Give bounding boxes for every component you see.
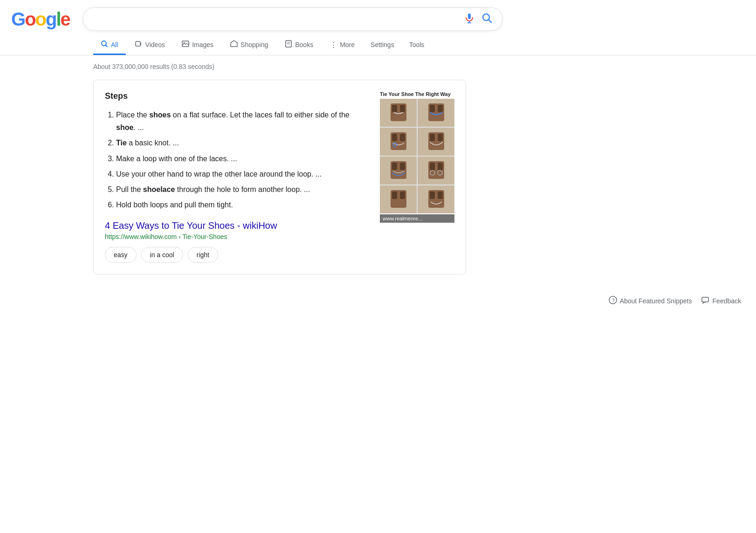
footer-bar: ? About Featured Snippets Feedback xyxy=(0,290,756,311)
svg-rect-33 xyxy=(438,163,443,170)
tab-books-label: Books xyxy=(295,41,313,48)
snippet-image-box: Tie Your Shoe The Right Way xyxy=(380,91,454,263)
svg-rect-26 xyxy=(430,134,435,141)
logo-o2: o xyxy=(35,9,46,30)
snippet-image-title: Tie Your Shoe The Right Way xyxy=(380,91,454,97)
header: Google how to tie a shoe xyxy=(0,0,756,31)
feedback-label: Feedback xyxy=(713,297,741,305)
svg-line-6 xyxy=(106,45,108,47)
search-bar-wrapper: how to tie a shoe xyxy=(83,7,502,31)
svg-rect-19 xyxy=(430,105,435,112)
steps-list: Place the shoes on a flat surface. Let t… xyxy=(105,109,371,211)
svg-rect-30 xyxy=(400,163,405,170)
logo-g2: g xyxy=(46,9,56,30)
more-icon: ⋮ xyxy=(330,41,337,49)
tab-all[interactable]: All xyxy=(93,35,126,55)
logo-g: G xyxy=(11,9,25,30)
settings-link[interactable]: Settings xyxy=(364,36,401,55)
logo-o1: o xyxy=(25,9,35,30)
svg-rect-27 xyxy=(438,134,443,141)
snippet-image-source: www.realmenre... xyxy=(380,214,454,223)
svg-rect-37 xyxy=(392,191,397,199)
tag-pills: easy in a cool right xyxy=(105,247,371,263)
results-area: About 373,000,000 results (0.83 seconds)… xyxy=(0,55,756,286)
tab-shopping[interactable]: Shopping xyxy=(223,35,275,55)
tab-videos-label: Videos xyxy=(145,41,165,48)
svg-rect-16 xyxy=(392,105,397,112)
list-item: Hold both loops and pull them tight. xyxy=(116,198,371,211)
svg-rect-29 xyxy=(392,163,397,170)
svg-rect-7 xyxy=(136,41,140,46)
tools-link[interactable]: Tools xyxy=(403,36,431,55)
snippet-image-cell-1[interactable] xyxy=(380,99,417,127)
tab-images-label: Images xyxy=(192,41,213,48)
snippet-image-cell-3[interactable] xyxy=(380,128,417,156)
about-snippets-link[interactable]: ? About Featured Snippets xyxy=(609,296,692,306)
svg-rect-38 xyxy=(400,191,405,199)
shopping-icon xyxy=(230,40,238,49)
search-input[interactable]: how to tie a shoe xyxy=(93,14,458,24)
logo-l: l xyxy=(56,9,60,30)
snippet-image-cell-4[interactable] xyxy=(418,128,454,156)
books-icon xyxy=(285,40,292,49)
svg-rect-41 xyxy=(438,191,443,199)
snippet-image-cell-2[interactable] xyxy=(418,99,454,127)
snippet-image-cell-7[interactable] xyxy=(380,185,417,213)
list-item: Use your other hand to wrap the other la… xyxy=(116,168,371,180)
images-icon xyxy=(182,40,189,49)
svg-marker-8 xyxy=(140,43,142,45)
snippet-content: Steps Place the shoes on a flat surface.… xyxy=(105,91,371,263)
google-logo: Google xyxy=(11,9,70,30)
videos-icon xyxy=(135,40,143,49)
svg-rect-17 xyxy=(400,105,405,112)
svg-rect-9 xyxy=(182,41,189,47)
question-icon: ? xyxy=(609,296,617,306)
feedback-link[interactable]: Feedback xyxy=(701,296,741,306)
snippet-inner: Steps Place the shoes on a flat surface.… xyxy=(105,91,454,263)
tag-easy[interactable]: easy xyxy=(105,247,137,263)
list-item: Tie a basic knot. ... xyxy=(116,137,371,149)
tab-more-label: More xyxy=(340,41,355,48)
tag-in-a-cool[interactable]: in a cool xyxy=(141,247,183,263)
tab-more[interactable]: ⋮ More xyxy=(323,36,362,55)
feedback-icon xyxy=(701,296,710,306)
tab-videos[interactable]: Videos xyxy=(128,35,173,55)
settings-label: Settings xyxy=(371,41,394,48)
svg-line-4 xyxy=(488,20,491,23)
svg-rect-32 xyxy=(430,163,435,170)
nav-tabs: All Videos Images Shopping Books ⋮ More … xyxy=(0,31,756,55)
search-icons xyxy=(464,13,493,26)
svg-rect-20 xyxy=(438,105,443,112)
svg-rect-44 xyxy=(702,297,708,302)
list-item: Place the shoes on a flat surface. Let t… xyxy=(116,109,371,134)
svg-rect-0 xyxy=(468,14,471,19)
snippet-link-section: 4 Easy Ways to Tie Your Shoes - wikiHow … xyxy=(105,220,371,263)
logo-e: e xyxy=(61,9,70,30)
search-bar: how to tie a shoe xyxy=(83,7,502,31)
list-item: Pull the shoelace through the hole to fo… xyxy=(116,183,371,196)
tab-shopping-label: Shopping xyxy=(241,41,268,48)
svg-text:?: ? xyxy=(612,298,614,303)
results-count: About 373,000,000 results (0.83 seconds) xyxy=(93,63,745,70)
all-icon xyxy=(101,40,108,49)
svg-rect-23 xyxy=(400,134,405,141)
snippet-image-cell-6[interactable] xyxy=(418,157,454,184)
snippet-url: https://www.wikihow.com › Tie-Your-Shoes xyxy=(105,233,371,240)
list-item: Make a loop with one of the laces. ... xyxy=(116,152,371,165)
snippet-image-cell-5[interactable] xyxy=(380,157,417,184)
svg-rect-40 xyxy=(430,191,435,199)
snippet-link-title[interactable]: 4 Easy Ways to Tie Your Shoes - wikiHow xyxy=(105,220,371,231)
tab-all-label: All xyxy=(111,41,118,48)
microphone-icon[interactable] xyxy=(464,13,475,26)
snippet-image-grid xyxy=(380,99,454,213)
search-button-icon[interactable] xyxy=(481,13,493,26)
about-snippets-label: About Featured Snippets xyxy=(620,297,692,305)
snippet-image-cell-8[interactable] xyxy=(418,185,454,213)
steps-heading: Steps xyxy=(105,91,371,101)
svg-marker-11 xyxy=(231,41,237,47)
snippet-card: Steps Place the shoes on a flat surface.… xyxy=(93,80,466,274)
tag-right[interactable]: right xyxy=(188,247,218,263)
tab-books[interactable]: Books xyxy=(277,35,321,55)
tab-images[interactable]: Images xyxy=(174,35,221,55)
tools-label: Tools xyxy=(409,41,425,48)
